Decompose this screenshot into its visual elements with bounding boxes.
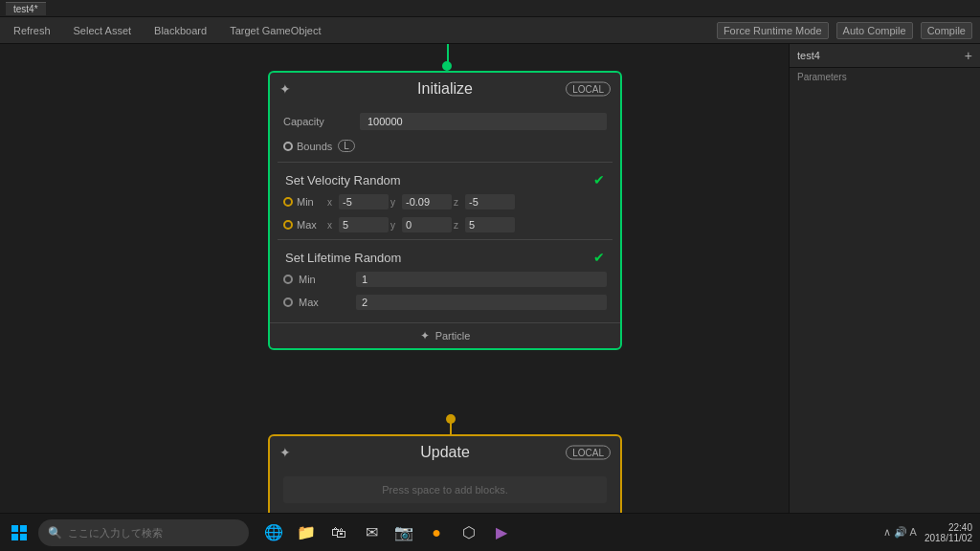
taskbar-store-icon[interactable]: 🛍 bbox=[325, 519, 352, 546]
update-node-title: Update bbox=[420, 444, 470, 461]
min-z-label: z bbox=[454, 197, 463, 208]
toolbar-right: Force Runtime Mode Auto Compile Compile bbox=[717, 22, 972, 39]
update-node-body: Press space to add blocks. bbox=[270, 469, 620, 513]
compile-button[interactable]: Compile bbox=[921, 22, 972, 39]
taskbar-unity-icon[interactable]: ⬡ bbox=[456, 519, 482, 546]
lifetime-section-header: Set Lifetime Random ✔ bbox=[278, 244, 612, 269]
lifetime-min-label: Min bbox=[299, 274, 356, 285]
right-panel-tab-name: test4 bbox=[797, 50, 820, 61]
min-y-input[interactable] bbox=[402, 194, 452, 209]
min-x-label: x bbox=[327, 197, 337, 208]
max-x-input[interactable] bbox=[339, 217, 389, 232]
capacity-input[interactable] bbox=[360, 113, 607, 130]
top-connector-dot bbox=[442, 61, 452, 71]
title-bar: test4* bbox=[0, 0, 980, 17]
svg-rect-3 bbox=[20, 534, 27, 540]
velocity-max-dot bbox=[283, 220, 293, 230]
taskbar-folder-icon[interactable]: 📁 bbox=[293, 519, 320, 546]
svg-rect-0 bbox=[11, 525, 18, 532]
start-button[interactable] bbox=[4, 518, 34, 548]
taskbar-app5-icon[interactable]: 📷 bbox=[390, 519, 417, 546]
min-x-input[interactable] bbox=[339, 194, 389, 209]
max-y-input[interactable] bbox=[402, 217, 452, 232]
search-input[interactable] bbox=[68, 527, 221, 539]
taskbar-edge-icon[interactable]: 🌐 bbox=[260, 519, 287, 546]
initialize-node-body: Capacity Bounds L Set Velocity Random ✔ bbox=[270, 105, 620, 322]
capacity-label: Capacity bbox=[283, 116, 360, 127]
tab-test4[interactable]: test4* bbox=[6, 2, 46, 15]
initialize-node-footer: ✦ Particle bbox=[270, 322, 620, 348]
initialize-icon: ✦ bbox=[279, 81, 291, 97]
svg-rect-2 bbox=[11, 534, 18, 540]
particle-icon-init: ✦ bbox=[420, 329, 430, 342]
velocity-min-coords: x y z bbox=[327, 194, 607, 209]
max-x-label: x bbox=[327, 220, 337, 231]
taskbar-time: 22:40 2018/11/02 bbox=[924, 522, 972, 543]
divider-1 bbox=[278, 162, 612, 163]
toolbar: Refresh Select Asset Blackboard Target G… bbox=[0, 17, 980, 44]
velocity-min-dot bbox=[283, 197, 293, 207]
right-panel: test4 + Parameters bbox=[789, 44, 980, 513]
target-gameobject-button[interactable]: Target GameObject bbox=[224, 23, 326, 38]
update-node-header: ✦ Update LOCAL bbox=[270, 436, 620, 469]
lifetime-min-dot bbox=[283, 275, 293, 284]
update-local-badge: LOCAL bbox=[566, 446, 611, 460]
initialize-node-title: Initialize bbox=[417, 80, 473, 98]
search-icon: 🔍 bbox=[48, 526, 62, 540]
velocity-check[interactable]: ✔ bbox=[593, 172, 605, 187]
velocity-section-header: Set Velocity Random ✔ bbox=[278, 166, 612, 191]
lifetime-max-row: Max bbox=[278, 292, 612, 313]
right-panel-label: Parameters bbox=[790, 68, 980, 86]
nodes-container: ✦ Initialize LOCAL Capacity Bounds L bbox=[0, 44, 789, 513]
force-runtime-button[interactable]: Force Runtime Mode bbox=[717, 22, 829, 39]
lifetime-check[interactable]: ✔ bbox=[593, 250, 605, 265]
top-connector-line bbox=[447, 44, 449, 63]
add-parameter-button[interactable]: + bbox=[965, 48, 972, 63]
auto-compile-button[interactable]: Auto Compile bbox=[836, 22, 913, 39]
refresh-button[interactable]: Refresh bbox=[8, 23, 56, 38]
select-asset-button[interactable]: Select Asset bbox=[68, 23, 138, 38]
taskbar-icons: ∧ 🔊 A bbox=[883, 526, 917, 539]
lifetime-min-input[interactable] bbox=[356, 272, 607, 287]
taskbar-apps: 🌐 📁 🛍 ✉ 📷 ● ⬡ ▶ bbox=[260, 519, 515, 546]
capacity-row: Capacity bbox=[278, 109, 612, 134]
bounds-badge[interactable]: L bbox=[338, 140, 355, 152]
lifetime-max-input[interactable] bbox=[356, 295, 607, 310]
right-panel-tab: test4 + bbox=[790, 44, 980, 68]
time-display: 22:40 bbox=[924, 522, 972, 533]
lifetime-section-title: Set Lifetime Random bbox=[285, 251, 401, 265]
bounds-label: Bounds bbox=[297, 141, 332, 152]
divider-2 bbox=[278, 239, 612, 240]
taskbar: 🔍 🌐 📁 🛍 ✉ 📷 ● ⬡ ▶ ∧ 🔊 A 22:40 2018/11/02 bbox=[0, 513, 980, 551]
update-node: ✦ Update LOCAL Press space to add blocks… bbox=[268, 434, 622, 513]
velocity-max-label: Max bbox=[297, 219, 323, 231]
lifetime-min-row: Min bbox=[278, 269, 612, 290]
blackboard-button[interactable]: Blackboard bbox=[148, 23, 212, 38]
max-y-label: y bbox=[390, 220, 400, 231]
initialize-node-header: ✦ Initialize LOCAL bbox=[270, 73, 620, 105]
velocity-max-row: Max x y z bbox=[278, 214, 612, 235]
taskbar-search-bar[interactable]: 🔍 bbox=[38, 519, 249, 546]
update-icon: ✦ bbox=[279, 445, 291, 460]
lifetime-max-dot bbox=[283, 298, 293, 307]
svg-rect-1 bbox=[20, 525, 27, 532]
max-z-label: z bbox=[454, 220, 463, 231]
min-z-input[interactable] bbox=[465, 194, 515, 209]
velocity-section-title: Set Velocity Random bbox=[285, 173, 401, 187]
taskbar-vs-icon[interactable]: ▶ bbox=[488, 519, 515, 546]
particle-label-init: Particle bbox=[435, 330, 471, 342]
max-z-input[interactable] bbox=[465, 217, 515, 232]
velocity-min-row: Min x y z bbox=[278, 191, 612, 212]
velocity-min-label: Min bbox=[297, 196, 323, 208]
taskbar-app4-icon[interactable]: ✉ bbox=[358, 519, 385, 546]
press-space-text[interactable]: Press space to add blocks. bbox=[283, 476, 607, 503]
bounds-row: Bounds L bbox=[278, 136, 612, 156]
initialize-local-badge: LOCAL bbox=[566, 82, 611, 97]
lifetime-max-label: Max bbox=[299, 297, 356, 308]
canvas-area: ✦ Initialize LOCAL Capacity Bounds L bbox=[0, 44, 789, 513]
bounds-dot bbox=[283, 142, 293, 151]
taskbar-chrome-icon[interactable]: ● bbox=[423, 519, 450, 546]
date-display: 2018/11/02 bbox=[924, 533, 972, 543]
initialize-node: ✦ Initialize LOCAL Capacity Bounds L bbox=[268, 71, 622, 350]
velocity-max-coords: x y z bbox=[327, 217, 607, 232]
